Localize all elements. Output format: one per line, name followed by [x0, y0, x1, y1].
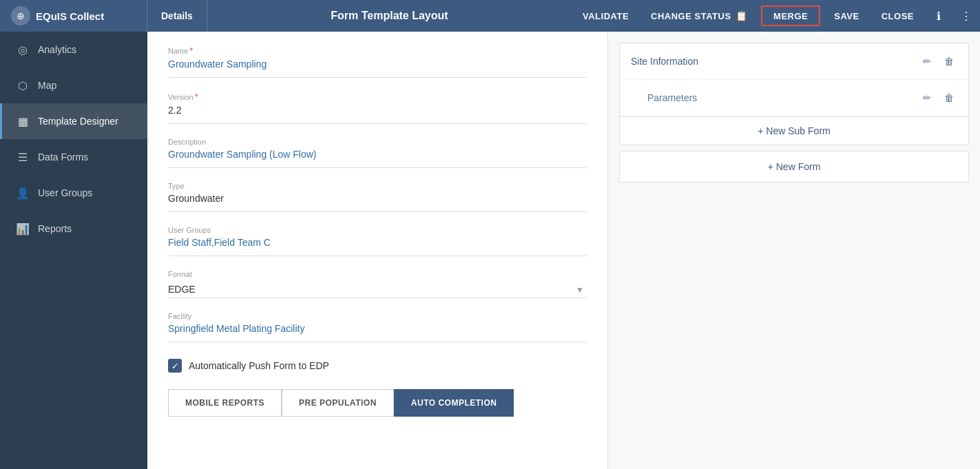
version-required-indicator: * [195, 92, 198, 102]
more-options-button[interactable]: ⋮ [952, 0, 980, 32]
analytics-icon: ◎ [16, 43, 30, 56]
description-value[interactable]: Groundwater Sampling (Low Flow) [168, 149, 587, 168]
sidebar-item-label: Data Forms [38, 152, 88, 163]
sidebar-item-reports[interactable]: 📊 Reports [0, 211, 147, 247]
site-information-actions: ✏ 🗑 [919, 53, 957, 70]
template-designer-icon: ▦ [16, 114, 30, 128]
sidebar-item-label: User Groups [38, 187, 92, 198]
user-groups-label: User Groups [168, 226, 587, 234]
format-label: Format [168, 270, 587, 278]
name-required-indicator: * [189, 45, 193, 56]
data-forms-icon: ☰ [16, 150, 30, 164]
nav-actions: VALIDATE CHANGE STATUS 📋 MERGE SAVE CLOS… [572, 0, 980, 32]
change-status-icon: 📋 [736, 10, 748, 21]
version-label: Version * [168, 92, 587, 102]
site-information-item: Site Information ✏ 🗑 [620, 43, 968, 80]
top-nav: ⊕ EQuIS Collect Details Form Template La… [0, 0, 980, 32]
type-field: Type Groundwater [168, 182, 587, 212]
site-information-edit-button[interactable]: ✏ [919, 53, 935, 70]
parameters-edit-button[interactable]: ✏ [919, 90, 935, 106]
auto-push-checkbox[interactable]: ✓ [168, 359, 182, 373]
format-field: Format EDGE PDF WORD ▼ [168, 270, 587, 298]
sidebar-item-map[interactable]: ⬡ Map [0, 67, 147, 103]
type-label: Type [168, 182, 587, 190]
name-label: Name * [168, 45, 587, 56]
parameters-label: Parameters [631, 92, 697, 103]
nav-details-label: Details [161, 10, 193, 21]
parameters-actions: ✏ 🗑 [919, 90, 957, 106]
sidebar-item-label: Reports [38, 223, 72, 234]
brand-icon: ⊕ [11, 6, 30, 25]
auto-push-label: Automatically Push Form to EDP [189, 360, 329, 371]
version-value[interactable]: 2.2 [168, 105, 587, 124]
parameters-item: Parameters ✏ 🗑 [620, 80, 968, 116]
facility-label: Facility [168, 312, 587, 320]
auto-completion-button[interactable]: AUTO COMPLETION [394, 389, 514, 417]
type-value[interactable]: Groundwater [168, 193, 587, 212]
facility-value[interactable]: Springfield Metal Plating Facility [168, 323, 587, 342]
name-value[interactable]: Groundwater Sampling [168, 59, 587, 78]
user-groups-value[interactable]: Field Staff,Field Team C [168, 237, 587, 256]
save-button[interactable]: SAVE [823, 0, 870, 32]
brand: ⊕ EQuIS Collect [0, 0, 147, 32]
sidebar-item-label: Template Designer [38, 116, 118, 127]
close-button[interactable]: CLOSE [870, 0, 925, 32]
content-area: Name * Groundwater Sampling Version * 2.… [147, 32, 980, 469]
sidebar-item-template-designer[interactable]: ▦ Template Designer [0, 103, 147, 139]
main-container: ◎ Analytics ⬡ Map ▦ Template Designer ☰ … [0, 32, 980, 469]
map-icon: ⬡ [16, 79, 30, 92]
brand-name: EQuIS Collect [36, 10, 104, 22]
sidebar: ◎ Analytics ⬡ Map ▦ Template Designer ☰ … [0, 32, 147, 469]
form-tree-card: Site Information ✏ 🗑 Parameters ✏ 🗑 + Ne… [619, 43, 969, 145]
change-status-button[interactable]: CHANGE STATUS 📋 [640, 0, 758, 32]
nav-details-section: Details [147, 0, 207, 32]
sidebar-item-label: Analytics [38, 44, 76, 55]
user-groups-icon: 👤 [16, 186, 30, 200]
reports-icon: 📊 [16, 222, 30, 236]
site-information-label: Site Information [631, 56, 698, 67]
validate-button[interactable]: VALIDATE [572, 0, 640, 32]
site-information-delete-button[interactable]: 🗑 [941, 53, 957, 70]
sidebar-item-user-groups[interactable]: 👤 User Groups [0, 175, 147, 211]
auto-push-checkbox-row[interactable]: ✓ Automatically Push Form to EDP [168, 359, 587, 373]
name-field: Name * Groundwater Sampling [168, 45, 587, 78]
pre-population-button[interactable]: PRE POPULATION [282, 389, 394, 417]
mobile-reports-button[interactable]: MOBILE REPORTS [168, 389, 282, 417]
parameters-delete-button[interactable]: 🗑 [941, 90, 957, 106]
nav-center-title: Form Template Layout [207, 10, 572, 22]
sidebar-item-data-forms[interactable]: ☰ Data Forms [0, 139, 147, 175]
form-details-panel: Name * Groundwater Sampling Version * 2.… [147, 32, 608, 469]
new-sub-form-button[interactable]: + New Sub Form [620, 116, 968, 145]
facility-field: Facility Springfield Metal Plating Facil… [168, 312, 587, 342]
merge-button[interactable]: MERGE [761, 6, 820, 26]
bottom-buttons: MOBILE REPORTS PRE POPULATION AUTO COMPL… [168, 389, 587, 417]
sidebar-item-label: Map [38, 80, 56, 91]
sidebar-item-analytics[interactable]: ◎ Analytics [0, 32, 147, 67]
description-label: Description [168, 138, 587, 146]
description-field: Description Groundwater Sampling (Low Fl… [168, 138, 587, 168]
info-icon-button[interactable]: ℹ [925, 0, 952, 32]
new-form-button[interactable]: + New Form [619, 151, 969, 183]
format-select[interactable]: EDGE PDF WORD [168, 281, 587, 298]
format-select-wrap: EDGE PDF WORD ▼ [168, 281, 587, 298]
version-field: Version * 2.2 [168, 92, 587, 124]
user-groups-field: User Groups Field Staff,Field Team C [168, 226, 587, 256]
right-panel: Site Information ✏ 🗑 Parameters ✏ 🗑 + Ne… [608, 32, 980, 469]
